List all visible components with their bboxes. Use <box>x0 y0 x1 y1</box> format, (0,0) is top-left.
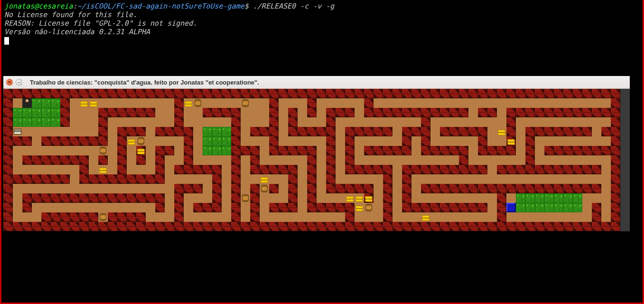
wall-tile <box>165 89 174 98</box>
wall-tile <box>449 203 459 212</box>
wall-tile <box>241 89 250 98</box>
wall-tile <box>554 165 563 174</box>
wall-tile <box>392 108 402 117</box>
wall-tile <box>22 203 32 212</box>
prompt-path: ~/isCOOL/FC-sad-again-notSureToUse-game <box>77 2 244 10</box>
wall-tile <box>601 89 611 98</box>
wall-tile <box>449 108 459 117</box>
wall-tile <box>108 108 117 117</box>
wall-tile <box>516 89 525 98</box>
grass-tile <box>563 203 573 212</box>
wall-tile <box>402 174 411 184</box>
wall-tile <box>288 117 298 127</box>
wall-tile <box>345 136 355 146</box>
wall-tile <box>60 212 70 222</box>
wall-tile <box>582 222 592 231</box>
wall-tile <box>326 165 336 174</box>
grass-tile <box>203 136 212 146</box>
wall-tile <box>402 165 411 174</box>
wall-tile <box>108 222 117 231</box>
close-icon[interactable]: ✕ <box>6 79 13 86</box>
wall-tile <box>3 222 13 231</box>
wall-tile <box>250 184 260 193</box>
wall-tile <box>203 165 212 174</box>
wall-tile <box>70 136 79 146</box>
wall-tile <box>506 222 516 231</box>
wall-tile <box>326 108 336 117</box>
wall-tile <box>468 127 478 136</box>
wall-tile <box>32 89 41 98</box>
wall-tile <box>212 184 222 193</box>
wall-tile <box>136 193 146 203</box>
wall-tile <box>317 222 326 231</box>
wall-tile <box>402 193 411 203</box>
wall-tile <box>174 165 184 174</box>
wall-tile <box>449 127 459 136</box>
wall-tile <box>288 165 298 174</box>
wall-tile <box>3 193 13 203</box>
game-canvas[interactable] <box>3 89 620 231</box>
wall-tile <box>440 146 449 155</box>
wall-tile <box>222 89 231 98</box>
wall-tile <box>13 89 22 98</box>
wall-tile <box>184 136 193 146</box>
wall-tile <box>383 222 392 231</box>
wall-tile <box>506 165 516 174</box>
wall-tile <box>601 146 611 155</box>
grass-tile <box>51 98 60 108</box>
wall-tile <box>165 222 174 231</box>
titlebar[interactable]: ✕ – Trabalho de ciencias: "conquista" d'… <box>3 76 630 89</box>
wall-tile <box>212 203 222 212</box>
wall-tile <box>288 108 298 117</box>
wall-tile <box>383 146 392 155</box>
wall-tile <box>373 222 383 231</box>
wall-tile <box>573 127 582 136</box>
wall-tile <box>383 174 392 184</box>
wall-tile <box>468 222 478 231</box>
wall-tile <box>298 222 307 231</box>
wall-tile <box>117 108 127 117</box>
wall-tile <box>373 146 383 155</box>
wall-tile <box>212 165 222 174</box>
wall-tile <box>345 203 355 212</box>
wall-tile <box>497 193 506 203</box>
terminal-output[interactable]: jonatas@cesareia:~/isCOOL/FC-sad-again-n… <box>1 0 643 47</box>
wall-tile <box>241 146 250 155</box>
barrel-sprite <box>260 184 269 193</box>
wall-tile <box>402 108 411 117</box>
command-text: ./RELEASE0 -c -v -g <box>253 2 335 10</box>
wall-tile <box>184 89 193 98</box>
wall-tile <box>70 155 79 165</box>
wall-tile <box>250 212 260 222</box>
wall-tile <box>51 174 60 184</box>
wall-tile <box>155 203 165 212</box>
wall-tile <box>345 127 355 136</box>
barrel-sprite <box>241 98 250 108</box>
wall-tile <box>260 222 269 231</box>
game-window: ✕ – Trabalho de ciencias: "conquista" d'… <box>3 76 630 231</box>
player-sprite[interactable] <box>22 98 32 108</box>
wall-tile <box>506 108 516 117</box>
wall-tile <box>326 117 336 127</box>
wall-tile <box>611 212 620 222</box>
wall-tile <box>573 184 582 193</box>
wall-tile <box>383 193 392 203</box>
wall-tile <box>136 89 146 98</box>
wall-tile <box>22 89 32 98</box>
wall-tile <box>611 98 620 108</box>
wall-tile <box>184 127 193 136</box>
wall-tile <box>3 98 13 108</box>
gold-sprite <box>497 127 506 136</box>
wall-tile <box>32 193 41 203</box>
wall-tile <box>307 127 317 136</box>
minimize-icon[interactable]: – <box>16 79 22 86</box>
wall-tile <box>307 98 317 108</box>
wall-tile <box>203 203 212 212</box>
wall-tile <box>611 108 620 117</box>
wall-tile <box>288 146 298 155</box>
wall-tile <box>478 165 487 174</box>
wall-tile <box>544 108 554 117</box>
wall-tile <box>212 174 222 184</box>
grass-tile <box>13 108 22 117</box>
wall-tile <box>336 222 345 231</box>
